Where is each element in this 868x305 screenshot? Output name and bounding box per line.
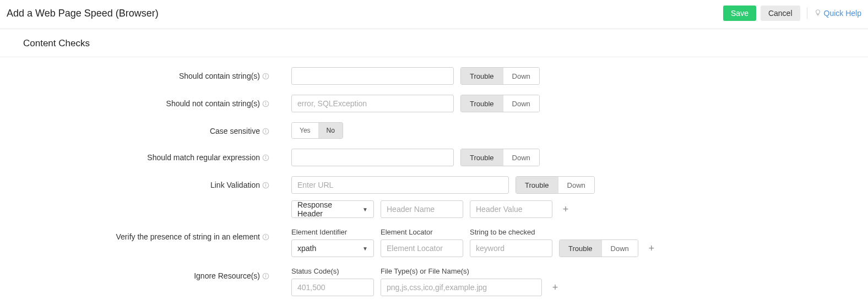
link-url-input[interactable] [291, 176, 509, 194]
info-icon[interactable] [262, 273, 269, 280]
trouble-option[interactable]: Trouble [461, 68, 503, 84]
should-contain-input[interactable] [291, 67, 454, 85]
sublabel-status-codes: Status Code(s) [291, 267, 374, 275]
add-verify-button[interactable]: + [645, 242, 658, 255]
response-header-select[interactable]: Response Header ▼ [291, 200, 374, 218]
separator [807, 8, 807, 19]
caret-down-icon: ▼ [362, 206, 368, 213]
svg-point-2 [265, 74, 266, 75]
quick-help-label: Quick Help [824, 9, 861, 18]
label-verify-string: Verify the presence of string in an elem… [116, 232, 260, 241]
info-icon[interactable] [262, 128, 269, 135]
file-types-input[interactable] [381, 279, 542, 296]
status-codes-input[interactable] [291, 279, 374, 296]
plus-icon: + [649, 243, 655, 254]
info-icon[interactable] [262, 182, 269, 189]
row-should-not-contain: Should not contain string(s) Trouble Dow… [0, 95, 868, 112]
info-icon[interactable] [262, 233, 269, 241]
header-value-input[interactable] [470, 200, 552, 218]
down-option[interactable]: Down [503, 95, 539, 112]
link-alert-toggle: Trouble Down [516, 176, 595, 194]
down-option[interactable]: Down [602, 240, 638, 257]
case-sensitive-toggle: Yes No [291, 122, 343, 139]
sublabel-file-types: File Type(s) or File Name(s) [381, 267, 542, 275]
trouble-option[interactable]: Trouble [560, 240, 602, 257]
plus-icon: + [552, 282, 558, 293]
quick-help-link[interactable]: Quick Help [814, 9, 861, 18]
trouble-option[interactable]: Trouble [461, 149, 503, 166]
label-regex: Should match regular expression [147, 153, 260, 162]
label-ignore-resources: Ignore Resource(s) [194, 271, 260, 280]
svg-point-17 [265, 235, 266, 236]
row-link-validation: Link Validation Trouble Down Response He… [0, 176, 868, 218]
add-ignore-button[interactable]: + [549, 281, 562, 294]
should-not-contain-alert-toggle: Trouble Down [460, 95, 540, 112]
section-title: Content Checks [0, 29, 868, 57]
regex-alert-toggle: Trouble Down [460, 149, 540, 166]
select-value: Response Header [297, 200, 358, 218]
row-regex: Should match regular expression Trouble … [0, 149, 868, 166]
svg-point-14 [265, 183, 266, 184]
verify-alert-toggle: Trouble Down [559, 239, 638, 257]
down-option[interactable]: Down [503, 68, 539, 84]
lightbulb-icon [814, 9, 822, 18]
info-icon[interactable] [262, 100, 269, 107]
svg-point-8 [265, 129, 266, 130]
svg-point-5 [265, 102, 266, 102]
label-should-contain: Should contain string(s) [179, 72, 260, 80]
select-value: xpath [297, 244, 316, 253]
regex-input[interactable] [291, 149, 454, 166]
info-icon[interactable] [262, 154, 269, 161]
plus-icon: + [563, 204, 569, 215]
element-identifier-select[interactable]: xpath ▼ [291, 239, 374, 257]
no-option[interactable]: No [319, 123, 343, 138]
label-link-validation: Link Validation [210, 181, 260, 189]
sublabel-element-locator: Element Locator [381, 228, 463, 236]
yes-option[interactable]: Yes [292, 123, 319, 138]
row-ignore-resources: Ignore Resource(s) Status Code(s) File T… [0, 267, 868, 296]
row-should-contain: Should contain string(s) Trouble Down [0, 67, 868, 85]
header-name-input[interactable] [381, 200, 463, 218]
cancel-button[interactable]: Cancel [761, 6, 800, 21]
should-contain-alert-toggle: Trouble Down [460, 67, 540, 85]
trouble-option[interactable]: Trouble [461, 95, 503, 112]
element-locator-input[interactable] [381, 239, 463, 257]
form-area: Should contain string(s) Trouble Down Sh… [0, 57, 868, 296]
header-actions: Save Cancel Quick Help [723, 6, 861, 21]
label-should-not-contain: Should not contain string(s) [166, 99, 260, 108]
page-title: Add a Web Page Speed (Browser) [7, 8, 159, 19]
info-icon[interactable] [262, 73, 269, 80]
label-case-sensitive: Case sensitive [210, 127, 260, 135]
page-header: Add a Web Page Speed (Browser) Save Canc… [0, 0, 868, 29]
svg-point-11 [265, 156, 266, 156]
row-verify-string: Verify the presence of string in an elem… [0, 228, 868, 257]
should-not-contain-input[interactable] [291, 95, 454, 112]
svg-point-20 [265, 274, 266, 275]
sublabel-string-checked: String to be checked [470, 228, 552, 236]
down-option[interactable]: Down [503, 149, 539, 166]
trouble-option[interactable]: Trouble [516, 177, 558, 193]
save-button[interactable]: Save [723, 6, 756, 21]
row-case-sensitive: Case sensitive Yes No [0, 122, 868, 139]
keyword-input[interactable] [470, 239, 552, 257]
down-option[interactable]: Down [558, 177, 594, 193]
caret-down-icon: ▼ [362, 246, 368, 252]
sublabel-element-identifier: Element Identifier [291, 228, 374, 236]
add-header-button[interactable]: + [559, 203, 572, 216]
